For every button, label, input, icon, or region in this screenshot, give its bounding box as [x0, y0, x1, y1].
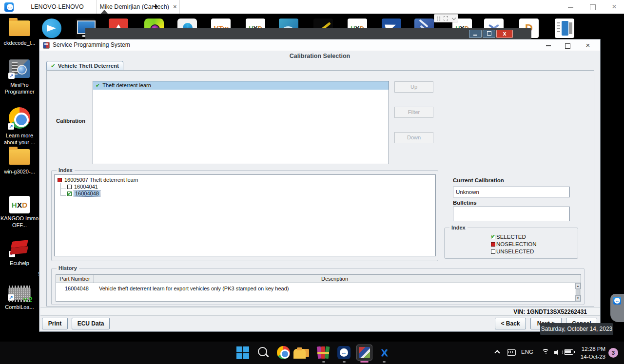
- noselection-icon: [58, 178, 62, 182]
- unselected-icon: [67, 185, 72, 189]
- scrollbar-thumb[interactable]: [576, 289, 580, 295]
- teamviewer-logo-icon: [4, 2, 14, 12]
- chrome-icon: ↗: [9, 107, 30, 129]
- history-scrollbar[interactable]: ▲ ▼: [575, 283, 581, 301]
- tray-chevron-up-icon[interactable]: [494, 350, 500, 355]
- chevron-down-icon[interactable]: [452, 16, 456, 20]
- speaker-icon[interactable]: [554, 349, 562, 356]
- hxd-file-icon: HxD: [9, 196, 30, 213]
- desktop-icon-win-g3020[interactable]: win-g3020-...: [0, 149, 39, 175]
- start-button[interactable]: [236, 346, 249, 359]
- bg-close-button[interactable]: x: [496, 30, 513, 38]
- teamviewer-toolbar-chip[interactable]: [434, 14, 458, 22]
- desktop-icon-list-settings-app[interactable]: [555, 19, 574, 38]
- tree-node-16004048[interactable]: 16004048: [67, 190, 100, 197]
- check-icon: ✔: [51, 63, 56, 69]
- touch-keyboard-icon[interactable]: [507, 349, 516, 356]
- app-maximize-button[interactable]: [583, 0, 603, 14]
- history-table-header: Part Number Description: [56, 275, 581, 283]
- date-tooltip: Saturday, October 14, 2023: [540, 323, 613, 335]
- bg-minimize-button[interactable]: [469, 30, 482, 38]
- desktop-icon-ecuhelp[interactable]: ↗ Ecuhelp: [0, 240, 39, 267]
- index-group-label: Index: [57, 167, 75, 173]
- tray-time: 12:28 PM: [578, 345, 605, 353]
- back-button[interactable]: < Back: [495, 318, 526, 329]
- desktop-icon-ckdecode[interactable]: ckdecode_l...: [0, 20, 39, 47]
- wifi-icon[interactable]: [542, 349, 550, 356]
- index-group: Index 16005007 Theft deterrent learn 160…: [51, 170, 438, 261]
- sps-close-button[interactable]: ×: [579, 39, 597, 51]
- bulletins-field[interactable]: [453, 207, 570, 221]
- sps-minimize-button[interactable]: [539, 39, 558, 51]
- desktop-icon-combiloader[interactable]: ↗v.2 CombiLoa...: [0, 287, 39, 311]
- shortcut-arrow-icon: ↗: [9, 251, 15, 257]
- col-part-number[interactable]: Part Number: [56, 275, 94, 283]
- tab-vehicle-theft-deterrent[interactable]: ✔Vehicle Theft Deterrent: [46, 61, 123, 71]
- index-legend-label: Index: [449, 225, 468, 230]
- tree-connector: [60, 195, 66, 196]
- history-group: History Part Number Description 16004048…: [51, 268, 585, 305]
- tree-node-16004041[interactable]: 16004041: [67, 183, 98, 190]
- file-explorer-icon[interactable]: [296, 346, 310, 359]
- print-button[interactable]: Print: [42, 318, 68, 329]
- notification-badge[interactable]: 3: [608, 348, 618, 358]
- ecuhelp-icon: ↗: [10, 240, 29, 256]
- desktop-icon-minipro[interactable]: ↗ MiniPro Programmer: [0, 59, 39, 96]
- scroll-up-icon[interactable]: ▲: [575, 283, 581, 289]
- page-title: Calibration Selection: [39, 53, 600, 59]
- tab-close-icon[interactable]: ×: [173, 0, 177, 14]
- winrar-icon[interactable]: [317, 346, 330, 359]
- remote-tab-mike[interactable]: Mike Demirjian (Car-tech)×: [97, 0, 180, 14]
- history-table[interactable]: Part Number Description 16004048 Vehicle…: [56, 274, 581, 302]
- col-description[interactable]: Description: [95, 275, 575, 283]
- remote-tab-bar: LENOVO-LENOVO Mike Demirjian (Car-tech)×…: [0, 0, 624, 14]
- teamviewer-taskbar-icon[interactable]: [337, 346, 351, 359]
- selected-icon: [491, 235, 495, 239]
- index-tree[interactable]: 16005007 Theft deterrent learn 16004041 …: [54, 174, 436, 256]
- calibration-list-item-selected[interactable]: ✔Theft deterrent learn: [93, 81, 389, 90]
- tree-node-root[interactable]: 16005007 Theft deterrent learn: [58, 176, 138, 183]
- fullscreen-icon[interactable]: [444, 16, 448, 20]
- sps-window: Service Programming System × Calibration…: [39, 39, 601, 332]
- taskbar: X ENG 12:28 PM 14-Oct-23 3: [0, 342, 624, 364]
- desktop-icon-telegram[interactable]: [42, 19, 61, 38]
- check-icon: ✔: [96, 82, 100, 88]
- selected-icon: [67, 192, 72, 196]
- shortcut-arrow-icon: ↗: [8, 123, 14, 130]
- teamviewer-logo-icon: [613, 297, 621, 305]
- desktop-icon-chrome-learn-more[interactable]: ↗ Learn more about your ...: [0, 107, 39, 146]
- background-window-titlebar[interactable]: x: [85, 28, 531, 39]
- shortcut-arrow-icon: ↗: [8, 73, 15, 79]
- new-tab-button[interactable]: +: [149, 0, 162, 14]
- desktop-icon-kangoo[interactable]: HxD KANGOO immo OFF...: [0, 196, 39, 229]
- filter-button[interactable]: Filter: [394, 107, 433, 118]
- app-close-button[interactable]: ×: [604, 0, 624, 14]
- folder-icon: [9, 20, 30, 36]
- search-icon[interactable]: [256, 346, 270, 359]
- battery-icon[interactable]: [564, 349, 573, 355]
- x-app-taskbar-icon[interactable]: X: [378, 346, 391, 359]
- sps-window-title: Service Programming System: [53, 41, 130, 48]
- language-indicator[interactable]: ENG: [521, 349, 533, 355]
- sps-maximize-button[interactable]: [558, 39, 577, 51]
- app-minimize-button[interactable]: [561, 0, 580, 14]
- up-button[interactable]: Up: [394, 81, 433, 93]
- index-legend-group: Index SELECTED NOSELECTION UNSELECTED: [444, 228, 578, 259]
- sps-app-icon: [43, 42, 50, 49]
- legend-unselected: UNSELECTED: [491, 249, 534, 255]
- current-calibration-field[interactable]: [453, 187, 570, 197]
- teamviewer-side-grip[interactable]: [610, 294, 624, 322]
- bg-maximize-button[interactable]: [483, 30, 495, 38]
- teamviewer-panel-notch-icon[interactable]: [101, 10, 108, 14]
- down-button[interactable]: Down: [394, 132, 433, 143]
- sps-taskbar-icon-active[interactable]: [356, 345, 372, 361]
- history-description: Vehicle theft deterrent learn for export…: [99, 286, 289, 291]
- ecu-data-button[interactable]: ECU Data: [72, 318, 110, 329]
- sps-titlebar[interactable]: Service Programming System ×: [39, 39, 600, 51]
- taskbar-clock[interactable]: 12:28 PM 14-Oct-23: [578, 345, 605, 361]
- remote-tab-lenovo[interactable]: LENOVO-LENOVO: [19, 0, 97, 14]
- taskbar-chrome-icon[interactable]: [277, 346, 290, 359]
- scroll-down-icon[interactable]: ▼: [575, 295, 581, 301]
- calibration-list[interactable]: ✔Theft deterrent learn: [93, 81, 389, 164]
- current-calibration-label: Current Calibration: [453, 177, 504, 183]
